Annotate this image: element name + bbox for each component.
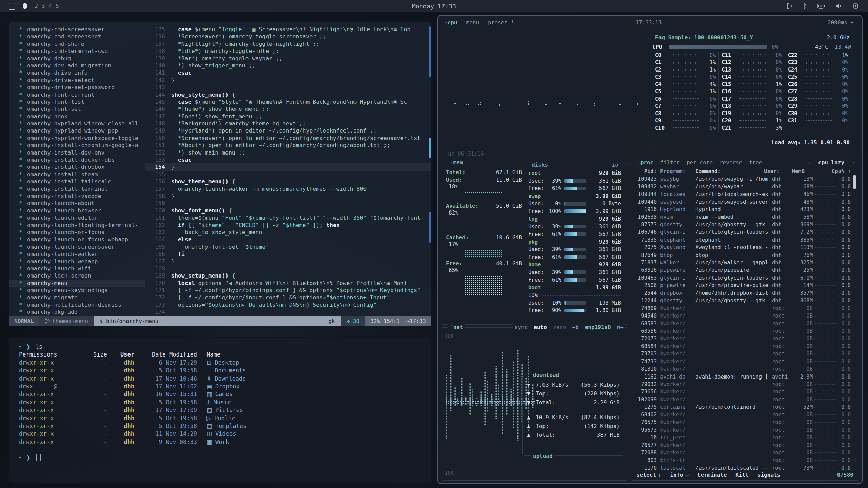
proc-action-info[interactable]: info↵ (670, 472, 688, 478)
code-line[interactable]: 165 omarchy-font-set "$theme" (145, 243, 431, 250)
io-tab[interactable]: io (610, 162, 620, 168)
proc-row[interactable]: 72073kworker/root0B0.0 (634, 335, 851, 342)
file-item[interactable]: *omarchy-font-list (9, 98, 145, 105)
code-line[interactable]: 156show_theme_menu() { (145, 178, 431, 185)
file-item[interactable]: *omarchy-drive-info (9, 69, 145, 76)
proc-rows[interactable]: ↓ 109423swaybg/usr/bin/swaybg -i /homdhh… (634, 175, 857, 471)
proc-row[interactable]: 68584kworker/root0B0.0 (634, 343, 851, 350)
file-item[interactable]: *omarchy-install-terminal (9, 185, 145, 192)
code-line[interactable]: 168 (145, 265, 431, 272)
proc-row[interactable]: 87573ghostty/usr/bin/ghostty --gtk-dhh36… (634, 221, 851, 228)
file-item[interactable]: *omarchy-hyprland-window-pop (9, 127, 145, 134)
proc-footer[interactable]: select↓info↵terminateKillsignals0/580 (634, 471, 857, 479)
tab-cpu[interactable]: ¹cpu (444, 19, 457, 26)
net-tab-enp191s0[interactable]: enp191s0 (585, 324, 611, 330)
file-item[interactable]: *omarchy-drive-select (9, 77, 145, 84)
net-tab-sync[interactable]: sync (515, 324, 528, 330)
proc-row[interactable]: 102099kworker/root0B0.0 (634, 396, 851, 403)
file-item[interactable]: *omarchy-cmd-share (9, 40, 145, 47)
code-line[interactable]: 173 options="$options\n▸ Defaults\n◫ DNS… (145, 301, 431, 308)
code-line[interactable]: 164 else (145, 236, 431, 243)
file-item[interactable]: *omarchy-install-vscode (9, 192, 145, 200)
code-line[interactable]: 155 (145, 171, 431, 178)
code-line[interactable]: 135 case $(menu "Toggle" "▣ Screensaver\… (145, 26, 431, 33)
code-line[interactable]: 148 *Background*) omarchy-theme-bg-next … (145, 120, 431, 127)
code-line[interactable]: 152 *) show_main_menu ;; (145, 149, 431, 156)
proc-row[interactable]: 74733kworker/root0B0.0 (634, 358, 851, 365)
code-line[interactable]: 141 esac (145, 69, 431, 76)
file-item[interactable]: *omarchy-launch-browser (9, 207, 145, 214)
file-item[interactable]: *omarchy-install-steam (9, 171, 145, 178)
net-tab-n[interactable]: n→ (617, 324, 624, 330)
proc-row[interactable]: 102638nvimnvim --embed .dhh58M0.0 (634, 213, 851, 221)
proc-sort-nav[interactable]: ← cpu lazy → (807, 159, 855, 166)
file-item[interactable]: *omarchy-launch-editor (9, 214, 145, 221)
proc-tab-tree[interactable]: tree (749, 159, 762, 166)
code-line[interactable]: 170 local options="◀ Audio\n≋ Wifi\nᛒ Bl… (145, 280, 431, 287)
file-item[interactable]: *omarchy-font-current (9, 91, 145, 98)
system-tray[interactable]: ᛒ (786, 2, 859, 10)
proc-row[interactable]: 2506pipewire/usr/bin/pipewire-pulsedhh14… (634, 282, 851, 289)
file-item[interactable]: *omarchy-migrate (9, 294, 145, 301)
proc-row[interactable]: 109432waybar/usr/bin/waybardhh68M0.0 (634, 183, 851, 190)
proc-row[interactable]: 71837walker/usr/bin/walker --gappldhh325… (634, 259, 851, 266)
proc-row[interactable]: 81310kworker/root0B0.0 (634, 365, 851, 373)
file-item[interactable]: *omarchy-notification-dismiss (9, 301, 145, 308)
proc-row[interactable]: 68586kworker/root0B0.0 (634, 327, 851, 335)
proc-row[interactable]: 109463glycin-i/usr/lib/glycin-loadersdhh… (634, 274, 851, 282)
file-item[interactable]: *omarchy-font-set (9, 105, 145, 113)
code-line[interactable]: 138 *Idle*) omarchy-toggle-idle ;; (145, 47, 431, 55)
file-item[interactable]: *omarchy-menu-keybindings (9, 287, 145, 294)
code-line[interactable]: 172 [ -f ~/.config/hypr/input.conf ] && … (145, 294, 431, 301)
proc-row[interactable]: 72088kworker/root0B0.0 (634, 449, 851, 456)
proc-row[interactable]: 94540kworker/root0B0.0 (634, 312, 851, 320)
proc-action-signals[interactable]: signals (757, 472, 780, 478)
proc-row[interactable]: 95673kworker/root0B0.0 (634, 426, 851, 433)
code-line[interactable]: 167} (145, 258, 431, 265)
code-line[interactable]: 144show_style_menu() { (145, 91, 431, 98)
code-line[interactable]: 146 *Theme*) show_theme_menu ;; (145, 105, 431, 113)
proc-row[interactable]: 79032kworker/root0B0.0 (634, 381, 851, 388)
file-item[interactable]: *omarchy-launch-webapp (9, 258, 145, 265)
code-line[interactable]: 142} (145, 77, 431, 84)
code-line[interactable]: 163 back_to show_style_menu (145, 229, 431, 236)
proc-row[interactable]: 68402kworker/root0B0.0 (634, 411, 851, 419)
code-line[interactable]: 171 [ -f ~/.config/hypr/bindings.conf ] … (145, 287, 431, 294)
proc-row[interactable]: 106746glycin-i/usr/lib/glycin-loadersdhh… (634, 228, 851, 236)
proc-row[interactable]: 87649btopbtopdhh26M0.0 (634, 251, 851, 259)
proc-row[interactable]: 1916HyprlandHyprlanddhh423M0.0 (634, 206, 851, 213)
code-line[interactable]: 150 *Screensaver*) open_in_editor ~/.con… (145, 135, 431, 142)
proc-row[interactable]: 1275containe/usr/bin/containerdroot52M0.… (634, 403, 851, 411)
net-tab-zero[interactable]: zero (553, 324, 566, 330)
proc-columns[interactable]: Pid:Program:Command:User:MemBCpu% ↑ (634, 168, 857, 175)
file-item[interactable]: *omarchy-cmd-screenshot (9, 33, 145, 40)
file-item[interactable]: *omarchy-drive-set-password (9, 84, 145, 91)
file-tree[interactable]: *omarchy-cmd-screensaver*omarchy-cmd-scr… (9, 22, 145, 316)
code-line[interactable]: 154} (145, 163, 431, 170)
code-line[interactable]: 162 if [[ "$theme" = "CNCLD" || -z "$the… (145, 222, 431, 229)
proc-row[interactable]: 71835elephantelephantdhh385M0.0 (634, 236, 851, 244)
code-line[interactable]: 137 *Nightlight*) omarchy-toggle-nightli… (145, 40, 431, 47)
file-item[interactable]: *omarchy-debug (9, 55, 145, 62)
file-item[interactable]: *omarchy-install-tailscale (9, 178, 145, 185)
code-line[interactable]: 169show_setup_menu() { (145, 272, 431, 279)
network-icon[interactable] (817, 3, 825, 9)
bluetooth-icon[interactable]: ᛒ (803, 2, 807, 10)
file-item[interactable]: *omarchy-hyprland-workspace-toggle (9, 135, 145, 142)
proc-row[interactable]: 2075XwaylandXwayland :1 -rootless -dhh11… (634, 244, 851, 251)
proc-row[interactable]: 109344localsea/usr/lib/localsearch-exdhh… (634, 190, 851, 198)
proc-row[interactable]: 803btrfs-trroot0B0.0 (634, 456, 851, 464)
code-line[interactable]: 174 (145, 308, 431, 316)
proc-row[interactable]: 1162avahi-daavahi-daemon: running [avahi… (634, 373, 851, 380)
proc-row[interactable]: 2544dropbox/home/dhh/.dropbox-distdhh357… (634, 289, 851, 297)
file-item[interactable]: *omarchy-install-docker-dbs (9, 156, 145, 163)
proc-tabs[interactable]: ⁴procfilterper-corereversetree (636, 159, 764, 166)
net-tab-auto[interactable]: auto (534, 324, 547, 330)
code-line[interactable]: 145 case $(menu "Style" "◉ Theme\nA Font… (145, 98, 431, 105)
code-line[interactable]: 149 *Hyprland*) open_in_editor ~/.config… (145, 127, 431, 134)
code-line[interactable]: 157 omarchy-launch-walker -m menus:omarc… (145, 185, 431, 192)
file-item[interactable]: *omarchy-launch-walker (9, 250, 145, 258)
proc-row[interactable]: 63816pipewire/usr/bin/pipewiredhh25M0.0 (634, 266, 851, 274)
proc-row[interactable]: 109423swaybg/usr/bin/swaybg -i /homdhh13… (634, 175, 851, 183)
file-item[interactable]: *omarchy-launch-wifi (9, 265, 145, 272)
